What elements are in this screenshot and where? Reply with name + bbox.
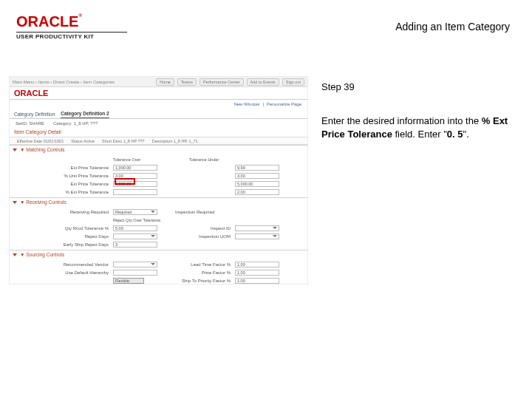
section-receiving[interactable]: ▼ Receiving Controls bbox=[10, 197, 307, 206]
instr-pre: Enter the desired information into the bbox=[321, 115, 482, 126]
headline-row: SetID: SHARE Category: 1_8 HP, ??? bbox=[10, 119, 307, 128]
fld-insp-id[interactable] bbox=[235, 225, 279, 231]
tabs: Category Definition Category Definition … bbox=[10, 109, 307, 119]
btn-flexible[interactable]: Flexible bbox=[113, 278, 144, 284]
section-sourcing[interactable]: ▼ Sourcing Controls bbox=[10, 250, 307, 259]
tab-cat-def[interactable]: Category Definition bbox=[14, 112, 55, 118]
short-desc: Short Desc 1_8 HP ??? bbox=[102, 139, 145, 143]
breadcrumb: Main Menu › Items › Direct Create › Item… bbox=[13, 80, 115, 84]
step-label: Step 39 bbox=[321, 81, 508, 92]
lbl-pct-ext-price-tol: % Ext Price Tolerance bbox=[10, 190, 113, 194]
category: Category: 1_8 HP, ??? bbox=[53, 121, 98, 126]
receiving-form: Receiving RequiredRequiredInspection Req… bbox=[10, 206, 307, 250]
chk-reject-qty[interactable]: Reject Qty Over Tolerance bbox=[113, 218, 160, 222]
setid: SetID: SHARE bbox=[16, 121, 44, 126]
fld-ext-price-tol2-under[interactable]: 5,000.00 bbox=[235, 181, 279, 187]
lbl-price-factor: Price Factor % bbox=[157, 270, 235, 275]
fld-recv-req[interactable]: Required bbox=[113, 209, 157, 215]
fld-ext-price-tol-over[interactable]: 1,000.00 bbox=[113, 165, 157, 171]
lbl-reject-days: Reject Days bbox=[10, 234, 113, 239]
chevron-down-icon bbox=[13, 149, 17, 151]
lbl-rec-vendor: Recommended Vendor bbox=[10, 262, 113, 267]
lbl-ext-price-tol2: Ext Price Tolerance bbox=[10, 182, 113, 186]
fld-unit-price-tol-under[interactable]: 3.00 bbox=[235, 173, 279, 179]
fld-pct-ext-under[interactable]: 2.00 bbox=[235, 189, 279, 195]
app-logo: ORACLE bbox=[14, 89, 48, 98]
fld-ext-price-tol-under[interactable]: 9.99 bbox=[235, 165, 279, 171]
app-logo-row: ORACLE bbox=[10, 87, 307, 100]
chevron-down-icon bbox=[13, 201, 17, 204]
instr-end: ". bbox=[463, 129, 469, 140]
eff-date: Effective Date 01/01/1901 bbox=[17, 139, 64, 143]
page-title: Adding an Item Category bbox=[395, 21, 510, 33]
chevron-down-icon bbox=[13, 253, 17, 256]
fld-leadtime[interactable]: 1.00 bbox=[235, 262, 279, 267]
nav-add[interactable]: Add to Events bbox=[247, 78, 279, 86]
brand-logo: ORACLE® USER PRODUCTIVITY KIT bbox=[16, 13, 127, 40]
fld-reject-days[interactable] bbox=[113, 233, 157, 239]
lbl-early-ship: Early Ship Reject Days bbox=[10, 242, 113, 247]
instr-post: field. Enter " bbox=[392, 129, 447, 140]
lbl-insp-id: Inspect ID bbox=[157, 226, 235, 231]
section-item-detail: Item Category Detail bbox=[10, 128, 307, 137]
nav-perf[interactable]: Performance Center bbox=[200, 78, 244, 86]
matching-form: Tolerance OverTolerance Under Ext Price … bbox=[10, 154, 307, 197]
highlight-box bbox=[115, 178, 135, 185]
col-over: Tolerance Over bbox=[113, 157, 146, 162]
lbl-recv-req: Receiving Required bbox=[10, 210, 113, 214]
app-screenshot: Main Menu › Items › Direct Create › Item… bbox=[9, 76, 308, 284]
nav-signout[interactable]: Sign out bbox=[282, 78, 304, 86]
lbl-shipto: Ship To Priority Factor % bbox=[144, 279, 235, 283]
new-window-link[interactable]: New Window bbox=[233, 102, 259, 106]
lbl-default-hier: Use Default Hierarchy bbox=[10, 270, 113, 275]
section-matching[interactable]: ▼ Matching Controls bbox=[10, 145, 307, 154]
brand-kit: USER PRODUCTIVITY KIT bbox=[16, 32, 127, 40]
pct-ext-price-tolerance-field[interactable] bbox=[113, 189, 157, 195]
fld-insp-uom[interactable] bbox=[235, 233, 279, 239]
detail-subbar: Effective Date 01/01/1901 Status Active … bbox=[10, 137, 307, 145]
fld-price-factor[interactable]: 1.00 bbox=[235, 270, 279, 276]
nav-home[interactable]: Home bbox=[156, 78, 174, 86]
lbl-insp-uom: Inspection UOM bbox=[157, 234, 235, 239]
breadcrumb-bar: Main Menu › Items › Direct Create › Item… bbox=[10, 77, 307, 87]
instr-value: 0. 5 bbox=[447, 129, 463, 140]
lbl-leadtime: Lead Time Factor % bbox=[157, 262, 235, 267]
fld-default-hier[interactable] bbox=[113, 270, 157, 276]
fld-shipto[interactable]: 1.00 bbox=[235, 278, 279, 284]
desc: Description 1_8 HP, 1_71 bbox=[152, 139, 198, 143]
chk-insp-req[interactable]: Inspection Required bbox=[157, 210, 235, 214]
fld-rec-vendor[interactable] bbox=[113, 262, 157, 267]
personalize-bar: New Window | Personalize Page bbox=[10, 100, 307, 109]
lbl-qty-tol: Qty Rcvd Tolerance % bbox=[10, 226, 113, 231]
fld-early-ship[interactable]: 3 bbox=[113, 242, 157, 248]
status: Status Active bbox=[71, 139, 95, 143]
instruction-text: Enter the desired information into the %… bbox=[321, 115, 515, 140]
lbl-ext-price-tol: Ext Price Tolerance bbox=[10, 166, 113, 170]
personalize-link[interactable]: Personalize Page bbox=[267, 102, 301, 106]
tab-cat-def-2[interactable]: Category Definition 2 bbox=[61, 111, 109, 118]
sourcing-form: Recommended VendorLead Time Factor %1.00… bbox=[10, 259, 307, 284]
lbl-unit-price-tol: % Unit Price Tolerance bbox=[10, 174, 113, 178]
col-under: Tolerance Under bbox=[189, 157, 222, 162]
fld-qty-tol[interactable]: 5.00 bbox=[113, 225, 157, 231]
brand-word: ORACLE® bbox=[16, 13, 127, 30]
nav-teams[interactable]: Teams bbox=[177, 78, 197, 86]
